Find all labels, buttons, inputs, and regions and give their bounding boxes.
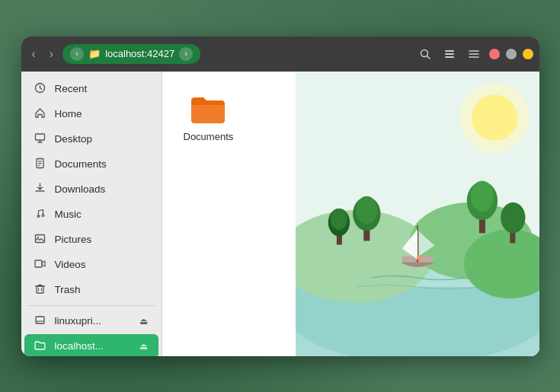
svg-rect-9 <box>36 134 45 140</box>
titlebar: ‹ › ‹ 📁 localhost:42427 › <box>21 37 539 72</box>
folder-label-documents: Documents <box>184 131 234 142</box>
hamburger-icon <box>468 48 480 60</box>
forward-button[interactable]: › <box>45 44 58 64</box>
back-button[interactable]: ‹ <box>27 44 40 64</box>
documents-icon <box>34 158 47 171</box>
address-folder-icon: 📁 <box>88 48 101 59</box>
sidebar-item-trash[interactable]: Trash <box>24 278 158 302</box>
sidebar-item-label-localhost: localhost... <box>55 340 104 352</box>
svg-rect-3 <box>445 53 454 55</box>
titlebar-actions <box>416 45 533 63</box>
close-button[interactable] <box>489 49 500 59</box>
sidebar-item-desktop[interactable]: Desktop <box>24 127 158 151</box>
list-view-icon <box>443 48 456 60</box>
sidebar-item-recent[interactable]: Recent <box>24 77 158 101</box>
svg-point-44 <box>470 180 493 211</box>
sidebar-item-label-home: Home <box>55 108 82 120</box>
minimize-button[interactable] <box>506 49 517 59</box>
sidebar-item-label-music: Music <box>55 209 82 220</box>
sidebar-item-label-linuxupri: linuxupri... <box>55 315 102 327</box>
sidebar-item-label-videos: Videos <box>55 259 86 270</box>
main-area: Recent Home Desktop Documents <box>21 72 539 356</box>
maximize-button[interactable] <box>523 49 533 59</box>
svg-rect-20 <box>35 260 42 267</box>
background-illustration <box>296 72 539 356</box>
videos-icon <box>34 258 47 272</box>
menu-button[interactable] <box>465 45 483 63</box>
svg-point-19 <box>37 236 39 237</box>
folder-item-documents[interactable]: Documents <box>178 87 240 148</box>
sidebar-item-localhost[interactable]: localhost... ⏏ <box>24 334 158 356</box>
sidebar-item-label-trash: Trash <box>55 284 81 295</box>
sidebar-item-home[interactable]: Home <box>24 102 158 126</box>
svg-point-46 <box>501 202 525 232</box>
list-view-button[interactable] <box>440 45 459 63</box>
sidebar-item-pictures[interactable]: Pictures <box>24 228 158 252</box>
drive-icon-linuxupri <box>34 314 47 328</box>
svg-line-1 <box>427 56 430 59</box>
file-manager-window: ‹ › ‹ 📁 localhost:42427 › <box>21 37 539 356</box>
svg-point-30 <box>471 94 517 141</box>
svg-rect-25 <box>36 317 44 323</box>
pictures-icon <box>34 233 47 247</box>
svg-rect-21 <box>37 286 43 293</box>
folder-icon-localhost <box>34 339 47 353</box>
sidebar-item-linuxupri[interactable]: linuxupri... ⏏ <box>24 309 158 333</box>
svg-rect-2 <box>445 50 454 52</box>
address-text: localhost:42427 <box>105 48 174 59</box>
address-left-chevron[interactable]: ‹ <box>70 47 84 61</box>
home-icon <box>34 107 47 121</box>
trash-icon <box>34 283 47 297</box>
recent-icon <box>34 82 47 96</box>
search-button[interactable] <box>416 45 434 63</box>
address-bar: ‹ 📁 localhost:42427 › <box>62 44 200 64</box>
sidebar-item-documents[interactable]: Documents <box>24 152 158 177</box>
svg-point-27 <box>37 322 38 323</box>
sidebar-item-downloads[interactable]: Downloads <box>24 177 158 202</box>
svg-point-41 <box>330 208 347 229</box>
search-icon <box>419 48 431 60</box>
address-right-chevron[interactable]: › <box>179 47 193 61</box>
sidebar-item-music[interactable]: Music <box>24 202 158 227</box>
svg-point-49 <box>416 255 421 260</box>
sidebar: Recent Home Desktop Documents <box>21 72 162 356</box>
svg-point-38 <box>356 196 377 223</box>
desktop-icon <box>34 132 47 146</box>
sidebar-item-label-pictures: Pictures <box>55 234 92 245</box>
sidebar-item-label-downloads: Downloads <box>55 183 106 195</box>
music-icon <box>34 208 47 221</box>
sidebar-item-videos[interactable]: Videos <box>24 253 158 277</box>
eject-button-linuxupri[interactable]: ⏏ <box>138 314 149 328</box>
sidebar-divider <box>27 305 155 306</box>
eject-button-localhost[interactable]: ⏏ <box>138 339 149 353</box>
sidebar-item-label-desktop: Desktop <box>55 133 93 145</box>
content-area: Documents <box>162 72 539 356</box>
sidebar-item-label-documents: Documents <box>55 158 107 170</box>
svg-rect-4 <box>445 56 454 58</box>
folder-icon-documents <box>188 93 228 126</box>
downloads-icon <box>34 183 47 196</box>
sidebar-item-label-recent: Recent <box>55 83 88 94</box>
